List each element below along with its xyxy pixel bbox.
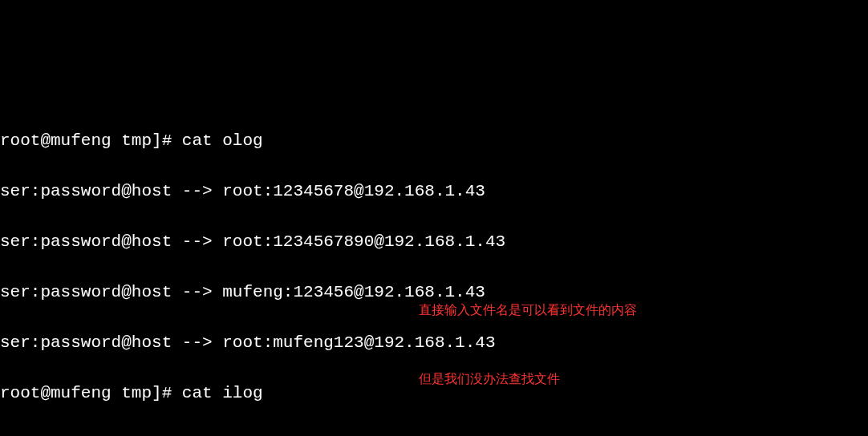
output-line: root@mufeng tmp]# cat olog (0, 128, 868, 154)
terminal[interactable]: root@mufeng tmp]# cat olog ser:password@… (0, 103, 868, 436)
output-line: ser:password@host --> root:1234567890@19… (0, 229, 868, 255)
output-line: ser:password@host --> root:12345678@192.… (0, 179, 868, 204)
annotation-line: 直接输入文件名是可以看到文件的内容 (419, 299, 637, 322)
annotation-line: 但是我们没办法查找文件 (419, 368, 637, 391)
annotation: 直接输入文件名是可以看到文件的内容 但是我们没办法查找文件 说明隐藏成功 (419, 252, 637, 436)
